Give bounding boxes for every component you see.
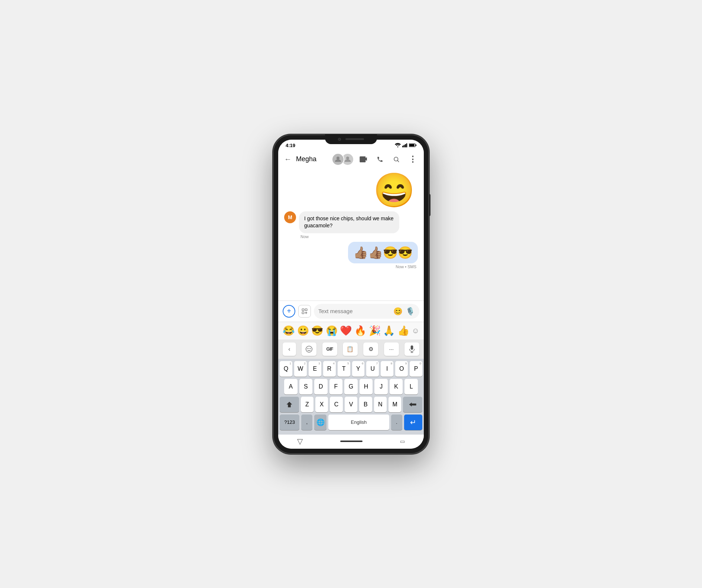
key-O[interactable]: O9 bbox=[395, 361, 408, 377]
key-G[interactable]: G bbox=[344, 379, 358, 394]
mic-keyboard-button[interactable] bbox=[404, 342, 419, 356]
key-X[interactable]: X bbox=[315, 397, 328, 412]
incoming-message: M I got those nice chips, should we make… bbox=[284, 211, 418, 239]
key-S[interactable]: S bbox=[299, 379, 313, 394]
space-key[interactable]: English bbox=[328, 415, 389, 430]
svg-rect-12 bbox=[305, 309, 307, 311]
svg-point-14 bbox=[306, 346, 312, 352]
emoji-suggestion-8[interactable]: 🙏 bbox=[383, 325, 395, 337]
emoji-button[interactable]: 😊 bbox=[393, 307, 403, 316]
nav-recents-button[interactable]: ▭ bbox=[400, 438, 405, 444]
phone-wrapper: 4:19 bbox=[273, 134, 429, 454]
video-call-button[interactable] bbox=[357, 153, 370, 166]
emoji-suggestion-2[interactable]: 😀 bbox=[297, 325, 309, 337]
notch-area bbox=[325, 134, 377, 144]
emoji-suggestions-bar: 😂 😀 😎 😭 ❤️ 🔥 🎉 🙏 👍 ☺ bbox=[278, 322, 424, 340]
key-U[interactable]: U7 bbox=[366, 361, 379, 377]
more-options-button[interactable]: ⋮ bbox=[406, 153, 419, 166]
signal-icon bbox=[402, 143, 407, 147]
app-bar: ← Megha ⋮ bbox=[278, 150, 424, 169]
more-keyboard-button[interactable]: ··· bbox=[384, 342, 399, 356]
gif-keyboard-button[interactable]: GIF bbox=[322, 342, 337, 356]
nav-home-indicator[interactable] bbox=[340, 441, 363, 442]
svg-line-10 bbox=[397, 160, 399, 162]
text-input-wrapper: 😊 🎙️ bbox=[314, 304, 419, 319]
svg-point-7 bbox=[337, 156, 339, 159]
period-key[interactable]: . bbox=[391, 415, 402, 430]
globe-key[interactable]: 🌐 bbox=[314, 415, 326, 430]
key-Z[interactable]: Z bbox=[301, 397, 313, 412]
gif-label: GIF bbox=[326, 347, 333, 352]
delete-key[interactable] bbox=[403, 397, 422, 412]
outgoing-message: 👍🏽👍🏽😎😎 Now • SMS bbox=[284, 242, 418, 269]
phone-screen: 4:19 bbox=[278, 140, 424, 449]
emoji-suggestion-9[interactable]: 👍 bbox=[397, 325, 409, 337]
battery-icon bbox=[409, 143, 416, 147]
speaker bbox=[345, 138, 364, 140]
key-J[interactable]: J bbox=[374, 379, 388, 394]
sticker-keyboard-button[interactable] bbox=[302, 342, 316, 356]
message-bubble-outgoing: 👍🏽👍🏽😎😎 bbox=[348, 242, 418, 263]
key-D[interactable]: D bbox=[314, 379, 328, 394]
chat-area: 😄 M I got those nice chips, should we ma… bbox=[278, 169, 424, 301]
add-attachment-button[interactable]: + bbox=[283, 305, 295, 318]
svg-rect-2 bbox=[405, 144, 406, 147]
svg-rect-3 bbox=[406, 143, 407, 147]
key-A[interactable]: A bbox=[284, 379, 298, 394]
attach-button[interactable] bbox=[298, 305, 311, 318]
search-button[interactable] bbox=[390, 153, 403, 166]
big-emoji-sticker: 😄 bbox=[373, 173, 415, 207]
key-T[interactable]: T5 bbox=[338, 361, 350, 377]
key-C[interactable]: C bbox=[330, 397, 342, 412]
status-time: 4:19 bbox=[286, 143, 295, 148]
numbers-key[interactable]: ?123 bbox=[280, 415, 299, 430]
message-content-outgoing: 👍🏽👍🏽😎😎 Now • SMS bbox=[348, 242, 418, 269]
key-H[interactable]: H bbox=[360, 379, 373, 394]
emoji-suggestion-6[interactable]: 🔥 bbox=[354, 325, 366, 337]
key-I[interactable]: I8 bbox=[381, 361, 393, 377]
svg-rect-11 bbox=[302, 309, 304, 311]
key-P[interactable]: P0 bbox=[410, 361, 422, 377]
emoji-suggestion-4[interactable]: 😭 bbox=[326, 325, 338, 337]
emoji-suggestion-7[interactable]: 🎉 bbox=[369, 325, 381, 337]
key-B[interactable]: B bbox=[359, 397, 372, 412]
keyboard: Q1 W2 E3 R4 T5 Y6 U7 I8 O9 P0 A S D F G … bbox=[278, 359, 424, 435]
key-W[interactable]: W2 bbox=[294, 361, 307, 377]
key-E[interactable]: E3 bbox=[309, 361, 321, 377]
svg-point-16 bbox=[310, 348, 311, 349]
message-content-incoming: I got those nice chips, should we make g… bbox=[299, 211, 399, 239]
key-V[interactable]: V bbox=[345, 397, 357, 412]
nav-back-button[interactable]: ▽ bbox=[297, 437, 303, 446]
input-area: + 😊 🎙️ bbox=[278, 301, 424, 322]
settings-keyboard-button[interactable]: ⚙ bbox=[363, 342, 378, 356]
key-N[interactable]: N bbox=[374, 397, 387, 412]
message-bubble-incoming: I got those nice chips, should we make g… bbox=[299, 211, 399, 233]
key-F[interactable]: F bbox=[329, 379, 343, 394]
comma-key[interactable]: , bbox=[301, 415, 312, 430]
key-Y[interactable]: Y6 bbox=[352, 361, 365, 377]
key-L[interactable]: L bbox=[404, 379, 418, 394]
key-R[interactable]: R4 bbox=[323, 361, 336, 377]
clipboard-keyboard-button[interactable]: 📋 bbox=[343, 342, 358, 356]
status-icons bbox=[395, 143, 416, 147]
voice-input-button[interactable]: 🎙️ bbox=[406, 307, 415, 316]
avatar-group bbox=[332, 153, 354, 166]
emoji-grid-button[interactable]: ☺ bbox=[412, 327, 419, 335]
emoji-suggestion-3[interactable]: 😎 bbox=[311, 325, 323, 337]
text-message-input[interactable] bbox=[318, 308, 390, 314]
emoji-suggestion-5[interactable]: ❤️ bbox=[340, 325, 352, 337]
keyboard-back-button[interactable]: ‹ bbox=[283, 342, 296, 356]
key-K[interactable]: K bbox=[390, 379, 403, 394]
keyboard-row-1: Q1 W2 E3 R4 T5 Y6 U7 I8 O9 P0 bbox=[280, 361, 422, 377]
keyboard-bottom-row: ?123 , 🌐 English . ↵ bbox=[280, 415, 422, 430]
svg-rect-17 bbox=[411, 345, 413, 350]
key-Q[interactable]: Q1 bbox=[280, 361, 292, 377]
shift-key[interactable] bbox=[280, 397, 299, 412]
emoji-suggestion-1[interactable]: 😂 bbox=[283, 325, 295, 337]
keyboard-row-2: A S D F G H J K L bbox=[280, 379, 422, 394]
enter-key[interactable]: ↵ bbox=[404, 415, 422, 430]
back-button[interactable]: ← bbox=[283, 153, 293, 165]
incoming-time: Now bbox=[299, 234, 399, 239]
key-M[interactable]: M bbox=[389, 397, 401, 412]
phone-call-button[interactable] bbox=[373, 153, 387, 166]
